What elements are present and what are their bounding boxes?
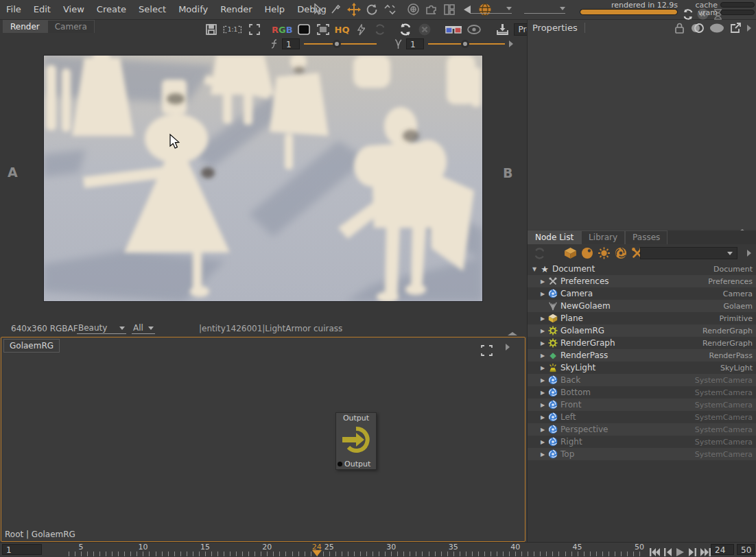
- expand-arrow[interactable]: ▶: [539, 427, 547, 433]
- fullscreen-icon[interactable]: [479, 342, 495, 358]
- properties-overflow-arrow[interactable]: [747, 25, 751, 32]
- node-list-row[interactable]: ▶ Left SystemCamera: [528, 411, 756, 423]
- menubar-dropdown-1[interactable]: [471, 4, 512, 14]
- lock-icon[interactable]: [674, 23, 685, 34]
- stereo-glasses-icon[interactable]: [444, 22, 463, 38]
- menu-item-edit[interactable]: Edit: [27, 0, 57, 14]
- expand-arrow[interactable]: ▶: [539, 377, 547, 383]
- node-list-row[interactable]: ▶ Perspective SystemCamera: [528, 423, 756, 436]
- node-graph-panel[interactable]: GolaemRG Output Output Root | GolaemRG: [1, 337, 525, 542]
- node-list-row[interactable]: ▶ RenderGraph RenderGraph: [528, 337, 756, 349]
- expand-arrow[interactable]: ▶: [539, 278, 547, 285]
- create-camera-icon[interactable]: [615, 247, 627, 259]
- show-hide-eye-icon[interactable]: [466, 22, 482, 38]
- restart-render-icon[interactable]: [398, 22, 414, 38]
- hq-toggle[interactable]: HQ: [335, 25, 350, 35]
- open-external-icon[interactable]: [730, 23, 742, 34]
- timeline-start-field[interactable]: 1: [2, 544, 42, 555]
- end-frame-field[interactable]: 50: [737, 544, 755, 555]
- buffer-b-label[interactable]: B: [503, 165, 512, 180]
- current-frame-field[interactable]: 24: [711, 544, 734, 555]
- create-light-icon[interactable]: [598, 247, 611, 259]
- expand-arrow[interactable]: ▶: [539, 316, 547, 322]
- menu-item-render[interactable]: Render: [214, 0, 258, 14]
- step-back-button[interactable]: [662, 544, 674, 557]
- node-list-row[interactable]: NewGolaem Golaem: [528, 300, 756, 312]
- node-list-row[interactable]: ▶ GolaemRG RenderGraph: [528, 324, 756, 337]
- go-to-start-button[interactable]: [648, 544, 661, 557]
- plugin-tool-icon[interactable]: [423, 1, 439, 17]
- tab-passes[interactable]: Passes: [625, 230, 668, 244]
- port-dot[interactable]: [338, 462, 342, 466]
- node-graph-breadcrumb[interactable]: Root | GolaemRG: [5, 530, 75, 539]
- create-shader-icon[interactable]: [581, 247, 593, 259]
- target-tool-icon[interactable]: [405, 1, 421, 17]
- node-list-row[interactable]: ▶ Right SystemCamera: [528, 436, 756, 448]
- expand-arrow[interactable]: ▶: [539, 439, 547, 445]
- channel-dropdown[interactable]: All: [132, 323, 155, 334]
- expand-arrow[interactable]: ▶: [539, 353, 547, 359]
- scale-tool-icon[interactable]: [381, 1, 397, 17]
- layout-panels-icon[interactable]: [441, 1, 457, 17]
- gamma-field[interactable]: 1: [406, 38, 424, 49]
- expand-arrow[interactable]: ▶: [539, 451, 547, 458]
- play-button[interactable]: [674, 544, 686, 557]
- crop-region-icon[interactable]: [316, 22, 331, 38]
- expand-arrow[interactable]: ▶: [539, 414, 547, 420]
- node-list-row[interactable]: ▶ Preferences Preferences: [528, 275, 756, 287]
- panel-collapse-handle[interactable]: [508, 322, 519, 329]
- node-list-row[interactable]: ▶ Bottom SystemCamera: [528, 386, 756, 399]
- buffer-a-label[interactable]: A: [8, 165, 18, 180]
- expand-arrow[interactable]: ▶: [539, 402, 547, 408]
- export-image-icon[interactable]: [495, 22, 510, 38]
- node-list-row[interactable]: ▶ Camera Camera: [528, 287, 756, 300]
- current-frame-marker[interactable]: [312, 550, 322, 556]
- exposure-slider[interactable]: [304, 39, 377, 49]
- tab-library[interactable]: Library: [581, 230, 625, 244]
- expand-arrow[interactable]: ▶: [539, 328, 547, 334]
- rgb-channels-icon[interactable]: RGB: [272, 25, 293, 35]
- black-background-icon[interactable]: [296, 22, 312, 38]
- panel-collapse-handle[interactable]: [737, 220, 748, 226]
- rendered-image[interactable]: [43, 55, 483, 302]
- expand-arrow[interactable]: ▶: [539, 390, 547, 396]
- menu-item-view[interactable]: View: [57, 0, 91, 14]
- menu-item-create[interactable]: Create: [91, 0, 132, 14]
- expand-arrow[interactable]: ▶: [539, 365, 547, 371]
- gamma-slider[interactable]: [428, 39, 505, 49]
- solo-icon[interactable]: [709, 23, 724, 34]
- menubar-dropdown-2[interactable]: [524, 4, 565, 14]
- node-list-row[interactable]: ▶ Top SystemCamera: [528, 448, 756, 460]
- output-node[interactable]: Output Output: [335, 412, 377, 470]
- fit-view-icon[interactable]: [246, 22, 262, 38]
- node-graph-tab[interactable]: GolaemRG: [3, 339, 60, 353]
- layers-icon[interactable]: [690, 23, 704, 34]
- create-geometry-icon[interactable]: [564, 247, 577, 259]
- node-filter-dropdown[interactable]: [640, 247, 737, 259]
- save-image-icon[interactable]: [203, 22, 219, 38]
- node-list-row[interactable]: ▶ Front SystemCamera: [528, 399, 756, 411]
- select-tool-icon[interactable]: [310, 1, 326, 17]
- output-port[interactable]: Output: [338, 460, 370, 469]
- tab-camera[interactable]: Camera: [47, 20, 95, 33]
- timeline-ruler[interactable]: 510152025303540455024: [48, 543, 645, 557]
- pen-tool-icon[interactable]: [328, 1, 344, 17]
- step-forward-button[interactable]: [687, 544, 698, 557]
- menu-item-help[interactable]: Help: [258, 0, 291, 14]
- panel-collapse-handle[interactable]: [507, 532, 518, 538]
- tab-render[interactable]: Render: [3, 20, 47, 33]
- exposure-field[interactable]: 1: [282, 38, 300, 49]
- move-tool-icon[interactable]: [346, 1, 362, 17]
- zoom-1-1-icon[interactable]: 1:1: [222, 22, 243, 38]
- tab-node-list[interactable]: Node List: [528, 230, 581, 244]
- expand-arrow[interactable]: ▼: [530, 266, 539, 272]
- node-list-overflow-arrow[interactable]: [747, 250, 751, 257]
- node-list-row[interactable]: ▼ ★ Document Document: [528, 263, 756, 275]
- menu-item-modify[interactable]: Modify: [172, 0, 214, 14]
- menu-item-select[interactable]: Select: [132, 0, 172, 14]
- node-graph-overflow-arrow[interactable]: [506, 344, 510, 351]
- interactive-render-icon[interactable]: [353, 22, 369, 38]
- node-list-row[interactable]: ▶ SkyLight SkyLight: [528, 362, 756, 374]
- rotate-tool-icon[interactable]: [364, 1, 379, 17]
- layer-dropdown[interactable]: Beauty: [77, 323, 126, 334]
